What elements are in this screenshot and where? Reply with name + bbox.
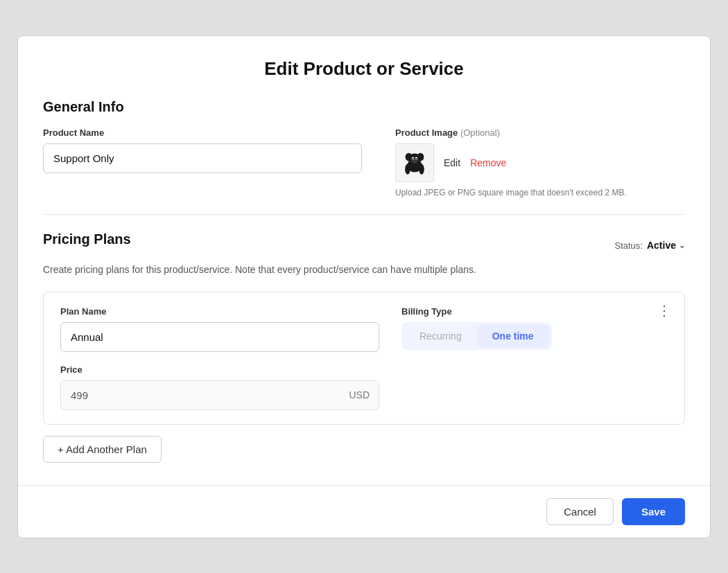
one-time-option[interactable]: One time — [477, 325, 549, 347]
modal-footer: Cancel Save — [18, 485, 710, 538]
plan-name-col: Plan Name — [60, 306, 379, 352]
pricing-section: Pricing Plans Status: Active ⌄ Create pr… — [43, 231, 685, 463]
image-hint: Upload JPEG or PNG square image that doe… — [395, 188, 685, 197]
product-name-label: Product Name — [43, 127, 362, 138]
optional-tag: (Optional) — [460, 127, 500, 138]
svg-point-12 — [413, 160, 416, 162]
remove-image-link[interactable]: Remove — [470, 157, 506, 168]
plan-header-row: Plan Name Billing Type Recurring One tim… — [60, 306, 668, 352]
svg-point-5 — [419, 164, 424, 174]
product-name-col: Product Name — [43, 127, 362, 173]
plan-card: ⋮ Plan Name Billing Type Recurring One t… — [43, 292, 685, 425]
product-image-label: Product Image (Optional) — [395, 127, 685, 138]
modal-content: Edit Product or Service General Info Pro… — [18, 36, 710, 485]
product-image-col: Product Image (Optional) — [395, 127, 685, 197]
status-row: Status: Active ⌄ — [615, 240, 686, 251]
chevron-down-icon: ⌄ — [679, 241, 685, 250]
status-value[interactable]: Active ⌄ — [647, 240, 685, 251]
price-input[interactable] — [60, 380, 379, 410]
section-divider — [43, 214, 685, 215]
cancel-button[interactable]: Cancel — [546, 498, 614, 525]
billing-type-label: Billing Type — [401, 306, 668, 317]
status-label: Status: — [615, 240, 643, 251]
product-image-row: Edit Remove — [395, 143, 685, 182]
currency-label: USD — [349, 389, 370, 400]
price-row: Price USD — [60, 364, 668, 410]
pricing-description: Create pricing plans for this product/se… — [43, 264, 685, 275]
product-image-icon — [400, 148, 429, 177]
plan-menu-icon[interactable]: ⋮ — [657, 303, 672, 317]
image-actions: Edit Remove — [444, 157, 506, 168]
recurring-option[interactable]: Recurring — [404, 325, 477, 347]
svg-point-4 — [405, 164, 410, 174]
price-input-wrapper: USD — [60, 380, 379, 410]
svg-point-10 — [415, 158, 417, 159]
modal-container: Edit Product or Service General Info Pro… — [17, 35, 711, 538]
save-button[interactable]: Save — [622, 498, 685, 525]
general-info-title: General Info — [43, 99, 685, 115]
price-label: Price — [60, 364, 668, 375]
plan-name-input[interactable] — [60, 322, 379, 352]
edit-image-link[interactable]: Edit — [444, 157, 460, 168]
general-info-row: Product Name Product Image (Optional) — [43, 127, 685, 197]
general-info-section: General Info Product Name Product Image … — [43, 99, 685, 197]
product-name-input[interactable] — [43, 143, 362, 173]
billing-type-col: Billing Type Recurring One time — [401, 306, 668, 350]
billing-type-toggle: Recurring One time — [401, 322, 552, 350]
product-image-thumb — [395, 143, 434, 182]
pricing-header: Pricing Plans Status: Active ⌄ — [43, 231, 685, 260]
add-another-plan-button[interactable]: + Add Another Plan — [43, 436, 162, 463]
page-title: Edit Product or Service — [43, 58, 685, 80]
svg-point-9 — [412, 158, 413, 159]
plan-name-label: Plan Name — [60, 306, 379, 317]
pricing-plans-title: Pricing Plans — [43, 231, 131, 247]
